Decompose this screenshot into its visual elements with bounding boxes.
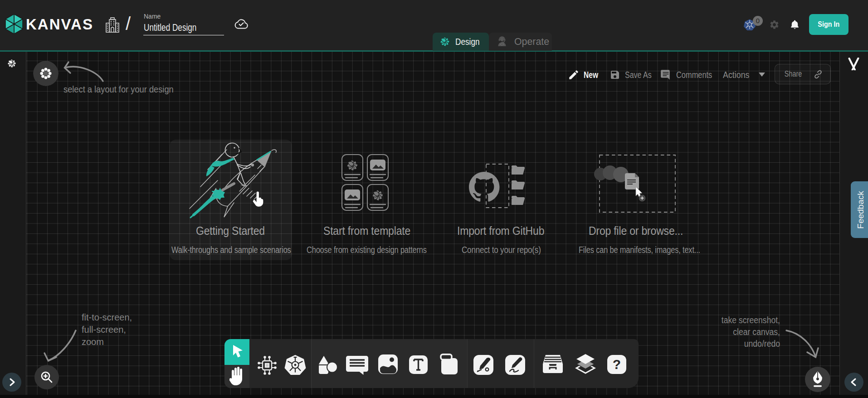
svg-text:?: ? [613,357,621,372]
